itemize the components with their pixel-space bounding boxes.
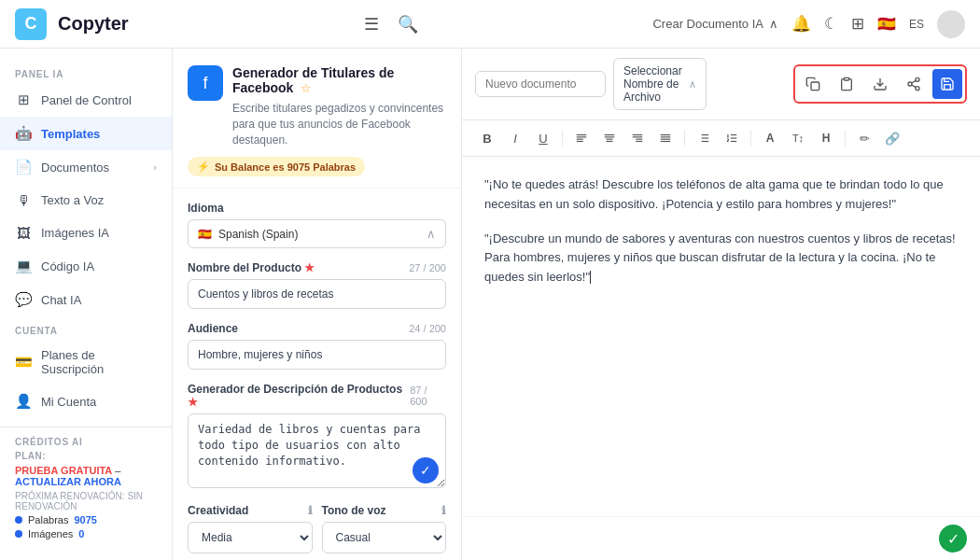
chevron-right-icon: › xyxy=(153,161,157,173)
select-archivo-button[interactable]: Seleccionar Nombre de Archivo ∧ xyxy=(613,58,707,110)
lang-flag: 🇪🇸 xyxy=(198,228,212,241)
producto-group: Nombre del Producto ★ 27 / 200 xyxy=(188,261,446,309)
font-size-button[interactable]: T↕ xyxy=(786,126,810,150)
descripcion-textarea[interactable]: Variedad de libros y cuentas para todo t… xyxy=(188,413,446,488)
tool-title: Generador de Titulares de Facebook ☆ xyxy=(232,65,446,95)
language-select[interactable]: 🇪🇸 Spanish (Spain) ∧ xyxy=(188,219,446,248)
header-right: Crear Documento IA ∧ 🔔 ☾ ⊞ 🇪🇸 ES xyxy=(652,10,965,38)
planes-icon: 💳 xyxy=(15,354,32,371)
check-complete-icon: ✓ xyxy=(413,457,439,483)
sidebar-item-planes[interactable]: 💳 Planes de Suscripción xyxy=(0,340,172,385)
svg-rect-1 xyxy=(844,77,848,80)
creatividad-select[interactable]: Media xyxy=(188,522,313,553)
audience-group: Audience 24 / 200 xyxy=(188,322,446,370)
producto-input[interactable] xyxy=(188,279,446,309)
editor-paragraph-2: "¡Descubre un mundo de sabores y aventur… xyxy=(484,230,958,287)
align-justify-button[interactable] xyxy=(653,126,678,150)
sidebar-item-label: Chat IA xyxy=(41,293,81,307)
bell-icon[interactable]: 🔔 xyxy=(791,14,811,34)
fmt-sep-3 xyxy=(750,130,751,147)
crear-documento-button[interactable]: Crear Documento IA ∧ xyxy=(652,17,778,31)
edit-button[interactable]: ✏ xyxy=(852,126,876,150)
audience-input[interactable] xyxy=(188,340,446,370)
avatar[interactable] xyxy=(937,10,965,38)
sidebar-item-label: Planes de Suscripción xyxy=(41,348,157,376)
sidebar-item-templates[interactable]: 🤖 Templates xyxy=(0,117,172,150)
panel-icon: ⊞ xyxy=(15,91,32,108)
archivo-label: Seleccionar Nombre de Archivo xyxy=(623,64,683,104)
sidebar-item-chat[interactable]: 💬 Chat IA xyxy=(0,283,172,316)
sidebar-item-label: Documentos xyxy=(41,161,109,175)
actualizar-link[interactable]: ACTUALIZAR AHORA xyxy=(15,476,121,487)
descripcion-group: Generador de Descripción de Productos ★ … xyxy=(188,383,446,491)
creatividad-label: Creatividad ℹ xyxy=(188,504,313,517)
editor-toolbar: Seleccionar Nombre de Archivo ∧ xyxy=(462,49,980,120)
palabras-credit: Palabras 9075 xyxy=(15,514,157,525)
prueba-link[interactable]: PRUEBA GRATUITA xyxy=(15,465,112,476)
copy-doc-button[interactable] xyxy=(798,69,828,99)
underline-button[interactable]: U xyxy=(531,126,555,150)
svg-rect-0 xyxy=(811,82,819,91)
moon-icon[interactable]: ☾ xyxy=(824,14,838,34)
sidebar-item-panel[interactable]: ⊞ Panel de Control xyxy=(0,83,172,117)
sidebar-item-texto[interactable]: 🎙 Texto a Voz xyxy=(0,184,172,217)
align-right-button[interactable] xyxy=(625,126,650,150)
header: C Copyter ☰ 🔍 Crear Documento IA ∧ 🔔 ☾ ⊞… xyxy=(0,0,980,49)
plan-line: PRUEBA GRATUITA – ACTUALIZAR AHORA xyxy=(15,465,157,487)
imagenes-credit: Imágenes 0 xyxy=(15,528,157,539)
link-button[interactable]: 🔗 xyxy=(880,126,904,150)
italic-button[interactable]: I xyxy=(503,126,527,150)
menu-icon[interactable]: ☰ xyxy=(360,10,383,38)
audience-label: Audience 24 / 200 xyxy=(188,322,446,335)
tool-title-row: f Generador de Titulares de Facebook ☆ E… xyxy=(188,65,446,147)
sidebar-item-imagenes[interactable]: 🖼 Imágenes IA xyxy=(0,217,172,249)
sidebar-item-label: Imágenes IA xyxy=(41,226,109,240)
svg-line-7 xyxy=(912,80,917,83)
descripcion-label: Generador de Descripción de Productos ★ … xyxy=(188,383,446,409)
ordered-list-button[interactable] xyxy=(720,126,744,150)
tool-header: f Generador de Titulares de Facebook ☆ E… xyxy=(173,49,461,189)
cursor xyxy=(590,271,591,284)
editor-area[interactable]: "¡No te quedes atrás! Descubre los teléf… xyxy=(462,157,980,516)
logo-icon: C xyxy=(15,8,47,40)
save-doc-button[interactable] xyxy=(932,69,962,99)
list-button[interactable] xyxy=(692,126,716,150)
flag-icon: 🇪🇸 xyxy=(877,15,896,33)
share-doc-button[interactable] xyxy=(899,69,929,99)
sidebar-item-label: Panel de Control xyxy=(41,93,132,107)
svg-point-4 xyxy=(908,82,912,86)
plan-separator: – xyxy=(115,465,120,476)
imagenes-credit-label: Imágenes xyxy=(28,528,73,539)
facebook-icon: f xyxy=(188,65,223,101)
svg-point-3 xyxy=(916,77,919,81)
done-check-button[interactable]: ✓ xyxy=(939,525,967,553)
micuenta-icon: 👤 xyxy=(15,393,32,410)
sidebar-item-documentos[interactable]: 📄 Documentos › xyxy=(0,150,172,184)
tool-description: Escribe titulares pegadizos y convincent… xyxy=(232,101,446,147)
bold-button[interactable]: B xyxy=(475,126,499,150)
search-icon[interactable]: 🔍 xyxy=(394,10,422,38)
fmt-sep-2 xyxy=(684,130,685,147)
producto-label: Nombre del Producto ★ 27 / 200 xyxy=(188,261,446,274)
sidebar-item-micuenta[interactable]: 👤 Mi Cuenta xyxy=(0,385,172,418)
format-bar: B I U xyxy=(462,120,980,157)
star-icon[interactable]: ☆ xyxy=(301,81,312,95)
chevron-up-icon: ∧ xyxy=(427,227,436,241)
sidebar-item-label: Texto a Voz xyxy=(41,193,104,207)
logo-text: Copyter xyxy=(58,13,129,35)
align-left-button[interactable] xyxy=(569,126,594,150)
sidebar-item-label: Templates xyxy=(41,127,100,141)
paste-doc-button[interactable] xyxy=(832,69,861,99)
font-color-button[interactable]: A xyxy=(758,126,782,150)
svg-point-5 xyxy=(916,87,919,91)
tono-select[interactable]: Casual xyxy=(322,522,447,553)
idioma-group: Idioma 🇪🇸 Spanish (Spain) ∧ xyxy=(188,202,446,248)
heading-button[interactable]: H xyxy=(814,126,838,150)
expand-icon[interactable]: ⊞ xyxy=(851,14,864,34)
creditos-section-label: CRÉDITOS AI xyxy=(15,437,157,451)
doc-name-input[interactable] xyxy=(475,71,606,97)
sidebar-item-codigo[interactable]: 💻 Código IA xyxy=(0,249,172,283)
templates-icon: 🤖 xyxy=(15,125,32,142)
align-center-button[interactable] xyxy=(597,126,622,150)
download-doc-button[interactable] xyxy=(865,69,895,99)
